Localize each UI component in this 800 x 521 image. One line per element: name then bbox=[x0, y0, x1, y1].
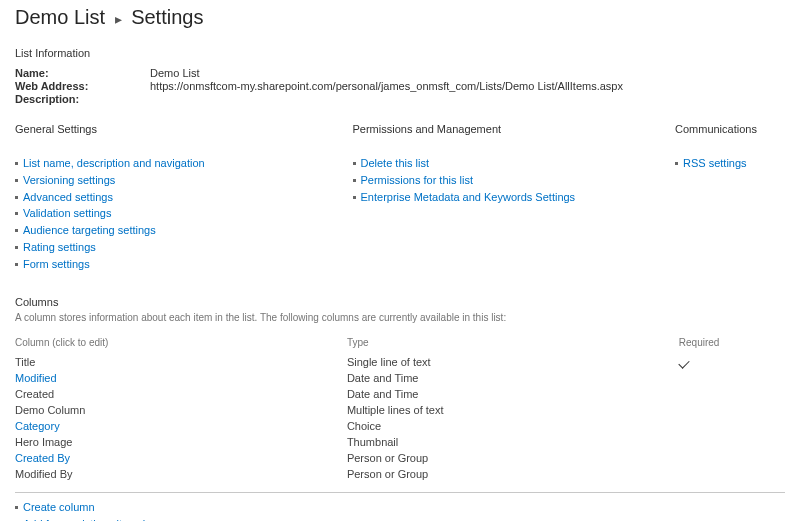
general-settings-item: List name, description and navigation bbox=[15, 157, 350, 171]
column-type: Person or Group bbox=[347, 466, 679, 482]
column-name[interactable]: Category bbox=[15, 420, 60, 432]
permissions-list: Delete this listPermissions for this lis… bbox=[353, 157, 673, 204]
general-settings-link[interactable]: Form settings bbox=[23, 258, 90, 270]
columns-header-required: Required bbox=[679, 335, 785, 354]
general-settings: General Settings List name, description … bbox=[15, 123, 350, 274]
list-info-desc-label: Description: bbox=[15, 93, 150, 105]
breadcrumb-page: Settings bbox=[131, 6, 203, 28]
table-row: CategoryChoice bbox=[15, 418, 785, 434]
communications-link[interactable]: RSS settings bbox=[683, 157, 747, 169]
settings-columns: General Settings List name, description … bbox=[15, 123, 785, 274]
column-action-link[interactable]: Create column bbox=[23, 501, 95, 513]
table-row: Hero ImageThumbnail bbox=[15, 434, 785, 450]
general-settings-title: General Settings bbox=[15, 123, 350, 135]
divider bbox=[15, 492, 785, 493]
communications-list: RSS settings bbox=[675, 157, 785, 171]
column-name[interactable]: Modified bbox=[15, 372, 57, 384]
list-info-web-label: Web Address: bbox=[15, 80, 150, 92]
chevron-right-icon: ▸ bbox=[115, 11, 122, 27]
table-row: TitleSingle line of text bbox=[15, 354, 785, 370]
breadcrumb-list-link[interactable]: Demo List bbox=[15, 6, 105, 28]
column-required bbox=[679, 402, 785, 418]
column-name[interactable]: Demo Column bbox=[15, 404, 85, 416]
column-actions: Create columnAdd from existing site colu… bbox=[15, 501, 785, 521]
column-type: Choice bbox=[347, 418, 679, 434]
column-required bbox=[679, 450, 785, 466]
communications-title: Communications bbox=[675, 123, 785, 135]
columns-header-type: Type bbox=[347, 335, 679, 354]
column-type: Person or Group bbox=[347, 450, 679, 466]
column-name[interactable]: Created By bbox=[15, 452, 70, 464]
columns-section: Columns A column stores information abou… bbox=[15, 296, 785, 521]
list-information: List Information Name: Demo List Web Add… bbox=[15, 47, 785, 105]
columns-title: Columns bbox=[15, 296, 785, 308]
general-settings-item: Form settings bbox=[15, 258, 350, 272]
permissions-management: Permissions and Management Delete this l… bbox=[353, 123, 673, 274]
column-required bbox=[679, 418, 785, 434]
column-name[interactable]: Hero Image bbox=[15, 436, 72, 448]
communications: Communications RSS settings bbox=[675, 123, 785, 274]
column-action-item: Create column bbox=[15, 501, 785, 515]
communications-item: RSS settings bbox=[675, 157, 785, 171]
general-settings-link[interactable]: Audience targeting settings bbox=[23, 224, 156, 236]
column-type: Thumbnail bbox=[347, 434, 679, 450]
column-required bbox=[679, 386, 785, 402]
column-name[interactable]: Created bbox=[15, 388, 54, 400]
list-info-heading: List Information bbox=[15, 47, 785, 59]
list-info-web-value: https://onmsftcom-my.sharepoint.com/pers… bbox=[150, 80, 623, 92]
permissions-link[interactable]: Enterprise Metadata and Keywords Setting… bbox=[361, 191, 576, 203]
table-row: Created ByPerson or Group bbox=[15, 450, 785, 466]
column-required bbox=[679, 354, 785, 370]
columns-description: A column stores information about each i… bbox=[15, 312, 785, 323]
table-row: Demo ColumnMultiple lines of text bbox=[15, 402, 785, 418]
general-settings-list: List name, description and navigationVer… bbox=[15, 157, 350, 271]
list-info-name-value: Demo List bbox=[150, 67, 200, 79]
general-settings-item: Rating settings bbox=[15, 241, 350, 255]
general-settings-link[interactable]: Advanced settings bbox=[23, 191, 113, 203]
column-required bbox=[679, 466, 785, 482]
column-required bbox=[679, 434, 785, 450]
column-type: Date and Time bbox=[347, 386, 679, 402]
columns-header-name: Column (click to edit) bbox=[15, 335, 347, 354]
column-name[interactable]: Modified By bbox=[15, 468, 72, 480]
column-type: Date and Time bbox=[347, 370, 679, 386]
column-name[interactable]: Title bbox=[15, 356, 35, 368]
general-settings-item: Advanced settings bbox=[15, 191, 350, 205]
table-row: Modified ByPerson or Group bbox=[15, 466, 785, 482]
permissions-item: Enterprise Metadata and Keywords Setting… bbox=[353, 191, 673, 205]
general-settings-item: Validation settings bbox=[15, 207, 350, 221]
columns-table: Column (click to edit) Type Required Tit… bbox=[15, 335, 785, 482]
general-settings-link[interactable]: Versioning settings bbox=[23, 174, 115, 186]
permissions-item: Delete this list bbox=[353, 157, 673, 171]
general-settings-link[interactable]: List name, description and navigation bbox=[23, 157, 205, 169]
column-type: Single line of text bbox=[347, 354, 679, 370]
column-required bbox=[679, 370, 785, 386]
general-settings-item: Audience targeting settings bbox=[15, 224, 350, 238]
column-type: Multiple lines of text bbox=[347, 402, 679, 418]
general-settings-item: Versioning settings bbox=[15, 174, 350, 188]
general-settings-link[interactable]: Validation settings bbox=[23, 207, 111, 219]
general-settings-link[interactable]: Rating settings bbox=[23, 241, 96, 253]
permissions-item: Permissions for this list bbox=[353, 174, 673, 188]
table-row: CreatedDate and Time bbox=[15, 386, 785, 402]
permissions-link[interactable]: Delete this list bbox=[361, 157, 429, 169]
check-icon bbox=[678, 358, 689, 369]
permissions-link[interactable]: Permissions for this list bbox=[361, 174, 473, 186]
permissions-title: Permissions and Management bbox=[353, 123, 673, 135]
breadcrumb: Demo List ▸ Settings bbox=[15, 6, 785, 29]
list-info-name-label: Name: bbox=[15, 67, 150, 79]
table-row: ModifiedDate and Time bbox=[15, 370, 785, 386]
